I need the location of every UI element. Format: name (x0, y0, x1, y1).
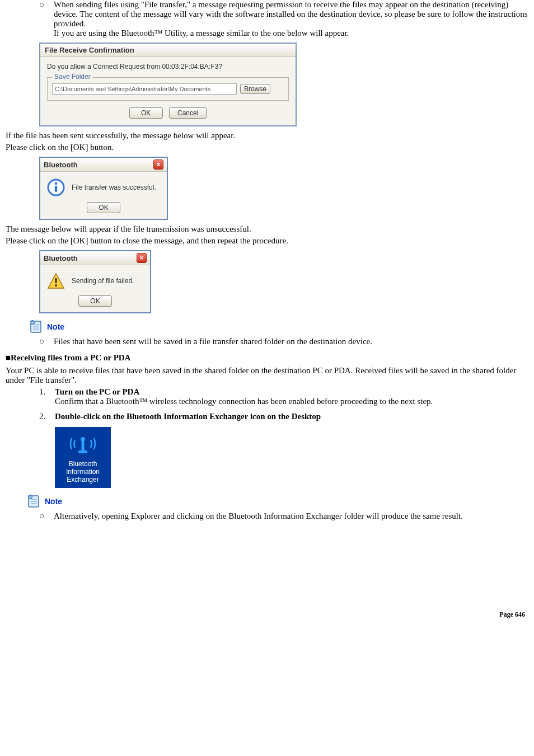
svg-rect-12 (82, 440, 85, 452)
bluetooth-wireless-icon (57, 433, 109, 457)
note-heading: Note (28, 319, 528, 335)
list-item: ○ Files that have been sent will be save… (39, 337, 528, 346)
list-item: ○ Alternatively, opening Explorer and cl… (39, 511, 528, 521)
warning-icon (47, 272, 65, 290)
dialog-message: Sending of file failed. (72, 277, 134, 285)
svg-point-15 (28, 495, 32, 499)
ok-button[interactable]: OK (129, 107, 163, 119)
close-icon[interactable]: × (153, 159, 163, 170)
bullet-mark: ○ (39, 511, 54, 521)
fieldset-legend: Save Folder (52, 73, 93, 81)
step-number: 1. (39, 387, 55, 406)
svg-point-5 (55, 284, 57, 287)
note-label: Note (45, 497, 62, 506)
dialog-question: Do you allow a Connect Request from 00:0… (47, 63, 289, 71)
dialog-message: File transfer was successful. (72, 184, 156, 191)
bluetooth-exchanger-desktop-icon[interactable]: Bluetooth Information Exchanger (55, 427, 111, 488)
paragraph: When sending files using "File transfer,… (54, 0, 528, 29)
svg-point-1 (55, 182, 58, 185)
icon-label-line: Bluetooth (57, 460, 109, 468)
dialog-file-receive-confirmation: File Receive Confirmation Do you allow a… (39, 43, 297, 126)
paragraph: If the file has been sent successfully, … (6, 131, 528, 140)
save-folder-fieldset: Save Folder Browse (47, 77, 289, 101)
step-body: Confirm that a Bluetooth™ wireless techn… (55, 397, 528, 406)
paragraph: Alternatively, opening Explorer and clic… (54, 511, 528, 521)
bullet-mark: ○ (39, 337, 54, 346)
dialog-title-bar: Bluetooth × (40, 251, 150, 265)
paragraph: The message below will appear if the fil… (6, 224, 528, 234)
list-item: ○ When sending files using "File transfe… (39, 0, 528, 38)
note-icon (26, 494, 41, 509)
dialog-title-bar: File Receive Confirmation (40, 44, 296, 57)
step-title: Double-click on the Bluetooth Informatio… (55, 412, 528, 421)
ok-button[interactable]: OK (78, 295, 112, 307)
note-label: Note (47, 322, 64, 331)
bullet-mark: ○ (39, 0, 54, 38)
browse-button[interactable]: Browse (240, 84, 270, 94)
step-2: 2. Double-click on the Bluetooth Informa… (39, 412, 528, 421)
page-number: Page 646 (6, 611, 528, 619)
note-heading: Note (26, 494, 528, 509)
paragraph: Files that have been sent will be saved … (54, 337, 528, 346)
dialog-bluetooth-fail: Bluetooth × Sending of file failed. OK (39, 250, 151, 313)
paragraph: Please click on the [OK] button to close… (6, 236, 528, 246)
step-number: 2. (39, 412, 55, 421)
info-icon (47, 179, 65, 196)
paragraph: Please click on the [OK] button. (6, 143, 528, 152)
icon-label-line: Information (57, 468, 109, 476)
cancel-button[interactable]: Cancel (169, 107, 207, 119)
step-title: Turn on the PC or PDA (55, 387, 528, 397)
svg-rect-13 (78, 450, 87, 453)
paragraph: If you are using the Bluetooth™ Utility,… (54, 29, 528, 38)
step-1: 1. Turn on the PC or PDA Confirm that a … (39, 387, 528, 406)
dialog-title: File Receive Confirmation (45, 46, 134, 54)
svg-rect-2 (55, 186, 57, 192)
paragraph: Your PC is able to receive files that ha… (6, 366, 528, 385)
save-folder-path-input[interactable] (52, 83, 237, 95)
svg-rect-4 (55, 278, 57, 283)
close-icon[interactable]: × (137, 253, 147, 263)
dialog-title: Bluetooth (44, 254, 78, 262)
note-icon (28, 319, 44, 335)
icon-label-line: Exchanger (57, 476, 109, 483)
dialog-title-bar: Bluetooth × (40, 158, 167, 172)
dialog-title: Bluetooth (44, 161, 78, 169)
ok-button[interactable]: OK (87, 202, 120, 213)
svg-point-7 (30, 320, 35, 325)
section-heading: ■Receiving files from a PC or PDA (6, 353, 528, 363)
dialog-bluetooth-success: Bluetooth × File transfer was successful… (39, 157, 168, 220)
